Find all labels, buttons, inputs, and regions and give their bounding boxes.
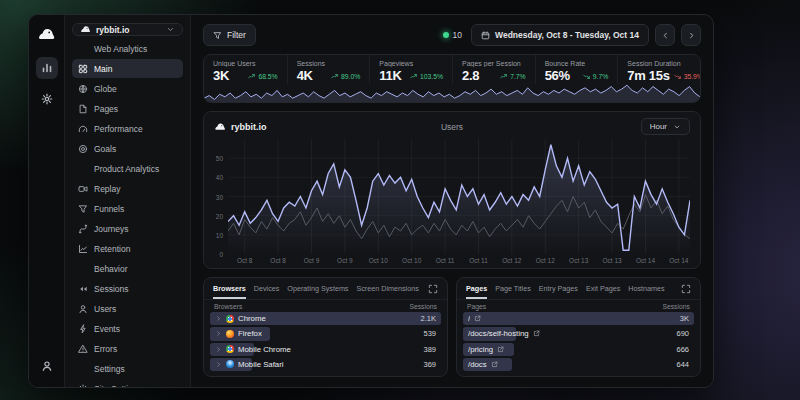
stat-card[interactable]: Sessions 4K 89.0% (287, 55, 370, 84)
stat-card[interactable]: Pages per Session 2.8 7.7% (452, 55, 535, 84)
interval-select[interactable]: Hour (641, 118, 690, 135)
external-link-icon[interactable] (533, 330, 540, 337)
tab[interactable]: Operating Systems (287, 284, 348, 299)
browsers-table-header: Browsers Sessions (204, 300, 447, 312)
stat-change: 7.7% (499, 73, 526, 80)
x-axis: Oct 8Oct 8Oct 9Oct 9Oct 10Oct 10Oct 11Oc… (228, 254, 690, 266)
column-header-sessions: Sessions (409, 303, 437, 310)
sidebar-item-label: Site Settings (94, 384, 142, 389)
sidebar-item[interactable]: Journeys (72, 219, 183, 238)
y-tick-label: 50 (216, 155, 223, 162)
chart-plot-area[interactable] (228, 139, 690, 254)
rail-settings-button[interactable] (36, 88, 58, 110)
page-row[interactable]: /docs/self-hosting 690 (463, 327, 694, 340)
y-axis: 01020304050 (208, 139, 228, 254)
chevron-right-icon[interactable] (215, 315, 222, 322)
pages-panel: PagesPage TitlesEntry PagesExit PagesHos… (456, 277, 701, 377)
expand-icon[interactable] (681, 284, 691, 294)
rail-account-button[interactable] (36, 355, 58, 377)
sessions-value: 2.1K (421, 314, 436, 323)
sidebar-item[interactable]: Replay (72, 179, 183, 198)
sidebar-item[interactable]: Sessions (72, 279, 183, 298)
prev-period-button[interactable] (655, 24, 675, 46)
tab[interactable]: Exit Pages (586, 284, 620, 299)
interval-value: Hour (650, 122, 667, 131)
icon-rail (29, 15, 65, 387)
stat-value: 56% (545, 68, 570, 83)
rybbit-logo-icon (37, 25, 56, 44)
main-content: Filter 10 Wednesday, Oct 8 - Tuesday, Oc… (191, 15, 713, 387)
browser-row[interactable]: Chrome 2.1K (210, 312, 441, 325)
live-visitors: 10 (443, 30, 462, 40)
live-count: 10 (453, 30, 462, 40)
chevron-right-icon[interactable] (215, 346, 222, 353)
external-link-icon[interactable] (491, 361, 498, 368)
chevron-right-icon[interactable] (215, 330, 222, 337)
sidebar-item[interactable]: Main (72, 59, 183, 78)
rail-analytics-button[interactable] (36, 57, 58, 79)
sidebar-item[interactable]: Site Settings (72, 379, 183, 388)
next-period-button[interactable] (681, 24, 701, 46)
workspace-name: rybbit.io (96, 25, 130, 35)
page-row[interactable]: /docs 644 (463, 358, 694, 371)
sidebar-item-label: Performance (94, 124, 143, 134)
sidebar-item[interactable]: Errors (72, 339, 183, 358)
chevron-down-icon (166, 25, 175, 34)
sidebar-item-icon (78, 364, 88, 374)
tab[interactable]: Hostnames (628, 284, 664, 299)
external-link-icon[interactable] (497, 346, 504, 353)
filter-label: Filter (227, 30, 246, 40)
sidebar-item[interactable]: Events (72, 319, 183, 338)
sidebar-item[interactable]: Funnels (72, 199, 183, 218)
sidebar-item-icon (78, 164, 88, 174)
sidebar-item-icon (78, 324, 88, 334)
sidebar-item[interactable]: Retention (72, 239, 183, 258)
browser-name: Mobile Safari (238, 360, 284, 369)
sidebar-item[interactable]: Performance (72, 119, 183, 138)
sidebar-item[interactable]: Pages (72, 99, 183, 118)
sidebar-item-label: Pages (94, 104, 118, 114)
browser-row[interactable]: Firefox 539 (210, 327, 441, 340)
stat-value: 7m 15s (627, 68, 669, 83)
tab[interactable]: Pages (466, 284, 487, 299)
main-chart-card: rybbit.io Users Hour 01020304050 Oct 8Oc… (203, 111, 701, 269)
site-name: rybbit.io (231, 122, 267, 132)
calendar-icon (481, 31, 490, 40)
stat-card[interactable]: Unique Users 3K 68.5% (204, 55, 287, 84)
workspace-logo-icon (80, 24, 91, 35)
stat-card[interactable]: Session Duration 7m 15s 35.9% (617, 55, 700, 84)
sidebar-item-label: Events (94, 324, 120, 334)
filter-button[interactable]: Filter (203, 24, 256, 46)
workspace-selector[interactable]: rybbit.io (72, 23, 183, 36)
expand-icon[interactable] (428, 284, 438, 294)
page-row[interactable]: / 3K (463, 312, 694, 325)
trend-arrow-icon (247, 73, 256, 80)
stat-card[interactable]: Pageviews 11K 103.5% (369, 55, 452, 84)
pages-tabs: PagesPage TitlesEntry PagesExit PagesHos… (457, 278, 700, 300)
x-tick-label: Oct 10 (369, 257, 388, 264)
browser-row[interactable]: Mobile Chrome 389 (210, 343, 441, 356)
x-tick-label: Oct 14 (669, 257, 688, 264)
tab[interactable]: Page Titles (495, 284, 531, 299)
main-chart-header: rybbit.io Users Hour (204, 112, 700, 135)
sidebar-item[interactable]: Goals (72, 139, 183, 158)
stat-change: 9.7% (582, 73, 609, 80)
sidebar-item-label: Behavior (94, 264, 128, 274)
live-dot-icon (443, 32, 449, 38)
chevron-right-icon[interactable] (215, 361, 222, 368)
tab[interactable]: Screen Dimensions (356, 284, 418, 299)
tab[interactable]: Browsers (213, 284, 246, 299)
browsers-rows: Chrome 2.1K Firefox 539 Mobi (204, 312, 447, 376)
stat-label: Pageviews (379, 60, 443, 67)
stat-card[interactable]: Bounce Rate 56% 9.7% (535, 55, 618, 84)
sidebar-item-icon (78, 224, 88, 234)
tab[interactable]: Devices (254, 284, 280, 299)
sidebar-item[interactable]: Globe (72, 79, 183, 98)
sidebar-item-icon (78, 204, 88, 214)
browser-row[interactable]: Mobile Safari 369 (210, 358, 441, 371)
date-range-picker[interactable]: Wednesday, Oct 8 - Tuesday, Oct 14 (471, 24, 649, 46)
tab[interactable]: Entry Pages (539, 284, 578, 299)
sidebar-item[interactable]: Users (72, 299, 183, 318)
page-row[interactable]: /pricing 666 (463, 343, 694, 356)
external-link-icon[interactable] (474, 315, 481, 322)
